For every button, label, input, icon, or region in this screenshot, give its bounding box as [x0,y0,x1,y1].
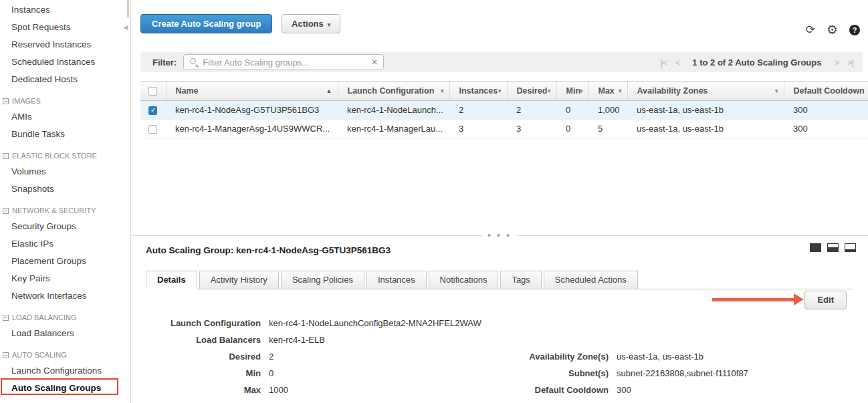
toolbar: Create Auto Scaling group Actions▾ [140,14,340,33]
sidebar-item-security-groups[interactable]: Security Groups [0,218,130,235]
filter-input[interactable] [201,57,366,68]
cell-launch-configuration: ken-rc4-1-NodeLaunch... [338,101,449,120]
layout-bottom-pane-icon[interactable] [845,243,856,252]
sidebar-item-network-interfaces[interactable]: Network Interfaces [0,287,130,305]
layout-split-icon[interactable] [827,243,839,252]
sidebar-item-bundle-tasks[interactable]: Bundle Tasks [0,126,130,143]
select-all-checkbox[interactable] [148,87,157,96]
column-header-instances[interactable]: Instances▾ [449,82,507,101]
sidebar-section-auto-scaling[interactable]: AUTO SCALING [0,348,130,362]
sidebar-section-images[interactable]: IMAGES [0,94,130,108]
tab-instances[interactable]: Instances [366,271,427,289]
cell-default-cooldown: 300 [784,120,868,138]
sidebar-section-label: ELASTIC BLOCK STORE [12,152,97,160]
create-auto-scaling-group-button[interactable]: Create Auto Scaling group [140,14,272,33]
details-fields-right: Availability Zone(s) us-east-1a, us-east… [496,351,748,403]
sidebar-item-key-pairs[interactable]: Key Pairs [0,270,130,287]
cell-max: 1,000 [588,101,627,120]
sidebar-item-placement-groups[interactable]: Placement Groups [0,253,130,270]
sidebar-item-elastic-ips[interactable]: Elastic IPs [0,235,130,253]
sidebar-item-load-balancers[interactable]: Load Balancers [0,325,130,342]
field-max: Max 1000 [146,384,481,401]
cell-desired: 2 [507,101,556,120]
chevron-down-icon: ▾ [328,21,331,28]
sidebar-item-auto-scaling-groups[interactable]: Auto Scaling Groups [0,380,130,397]
cell-availability-zones: us-east-1a, us-east-1b [627,120,784,138]
column-label: Max [599,86,615,96]
column-header-name[interactable]: Name▲ [166,82,338,101]
collapse-section-icon [3,208,9,214]
pane-resize-handle-icon[interactable]: ● ● ● [482,232,517,239]
column-label: Availability Zones [637,86,708,96]
column-header-launch-configuration[interactable]: Launch Configuration▾ [338,82,449,101]
field-min: Min 0 [146,368,481,384]
pane-layout-controls [810,243,856,252]
cell-instances: 2 [449,101,507,120]
sidebar-item-snapshots[interactable]: Snapshots [0,180,130,198]
sidebar-item-dedicated-hosts[interactable]: Dedicated Hosts [0,71,130,88]
field-launch-configuration: Launch Configuration ken-rc4-1-NodeLaunc… [146,317,481,334]
tab-scheduled-actions[interactable]: Scheduled Actions [544,271,638,289]
column-menu-icon[interactable]: ▾ [548,88,551,94]
sidebar-scrollbar[interactable] [127,0,129,17]
tab-scaling-policies[interactable]: Scaling Policies [281,271,364,289]
sidebar-item-amis[interactable]: AMIs [0,108,130,126]
sidebar-section-elastic-block-store[interactable]: ELASTIC BLOCK STORE [0,149,130,163]
table-row[interactable]: ken-rc4-1-NodeAsg-G5TU3P561BG3 ken-rc4-1… [140,101,868,120]
table-row[interactable]: ken-rc4-1-ManagerAsg-14US9WWCR... ken-rc… [140,120,868,138]
column-label: Launch Configuration [348,86,435,96]
column-header-min[interactable]: Min▾ [556,82,588,101]
field-label: Launch Configuration [146,317,269,329]
help-icon[interactable]: ? [849,25,860,35]
sidebar-item-volumes[interactable]: Volumes [0,163,130,180]
pagination-next-icon[interactable]: > [834,57,839,68]
field-default-cooldown: Default Cooldown 300 [496,384,748,401]
row-checkbox[interactable] [148,106,157,115]
sidebar-section-load-balancing[interactable]: LOAD BALANCING [0,311,130,325]
pagination-prev-icon[interactable]: < [675,57,680,68]
field-value: 1000 [269,384,288,396]
field-label: Availability Zone(s) [496,351,617,362]
sidebar-item-launch-configurations[interactable]: Launch Configurations [0,362,130,380]
tab-activity-history[interactable]: Activity History [199,271,279,289]
field-label: Default Cooldown [496,384,617,396]
column-menu-icon[interactable]: ▾ [441,88,444,94]
sidebar-item-reserved-instances[interactable]: Reserved Instances [0,36,130,53]
column-header-default-cooldown[interactable]: Default Cooldown▾ [784,82,868,101]
row-checkbox[interactable] [148,125,157,134]
refresh-icon[interactable]: ⟳ [806,23,815,37]
field-value: subnet-22163808,subnet-f1110f87 [617,368,748,379]
column-menu-icon[interactable]: ▾ [580,88,583,94]
column-header-max[interactable]: Max▾ [588,82,627,101]
actions-button[interactable]: Actions▾ [282,14,340,33]
field-desired: Desired 2 [146,351,481,368]
sidebar-item-spot-requests[interactable]: Spot Requests [0,19,130,36]
tab-tags[interactable]: Tags [500,271,541,289]
column-header-select-all[interactable] [140,82,166,101]
layout-fullscreen-icon[interactable] [810,243,821,252]
filter-bar: Filter: ✕ |< < 1 to 2 of 2 Auto Scaling … [140,52,863,72]
column-menu-icon[interactable]: ▾ [498,88,502,94]
field-value: 0 [269,368,274,379]
column-menu-icon[interactable]: ▾ [619,88,622,94]
details-fields-left: Launch Configuration ken-rc4-1-NodeLaunc… [146,317,481,403]
sidebar-collapse-icon[interactable]: ◀ [121,21,130,34]
column-header-desired[interactable]: Desired▾ [507,82,556,101]
field-value: ken-rc4-1-NodeLaunchConfigBeta2-MNA2HFEL… [269,317,481,329]
sidebar-item-instances[interactable]: Instances [0,1,130,19]
sidebar-section-network-security[interactable]: NETWORK & SECURITY [0,204,130,218]
tab-details[interactable]: Details [146,271,197,289]
edit-button[interactable]: Edit [804,291,847,309]
gear-icon[interactable]: ⚙ [827,22,838,37]
clear-filter-icon[interactable]: ✕ [366,57,383,67]
pagination-first-icon[interactable]: |< [661,57,667,68]
sidebar-item-scheduled-instances[interactable]: Scheduled Instances [0,53,130,71]
column-menu-icon[interactable]: ▾ [775,88,778,94]
pagination-last-icon[interactable]: >| [847,57,853,68]
sidebar-section-label: AUTO SCALING [12,351,67,359]
tab-notifications[interactable]: Notifications [429,271,499,289]
field-label: Load Balancers [146,334,269,346]
column-header-availability-zones[interactable]: Availability Zones▾ [627,82,784,101]
column-label: Default Cooldown [794,86,865,96]
cell-name: ken-rc4-1-NodeAsg-G5TU3P561BG3 [166,101,338,120]
